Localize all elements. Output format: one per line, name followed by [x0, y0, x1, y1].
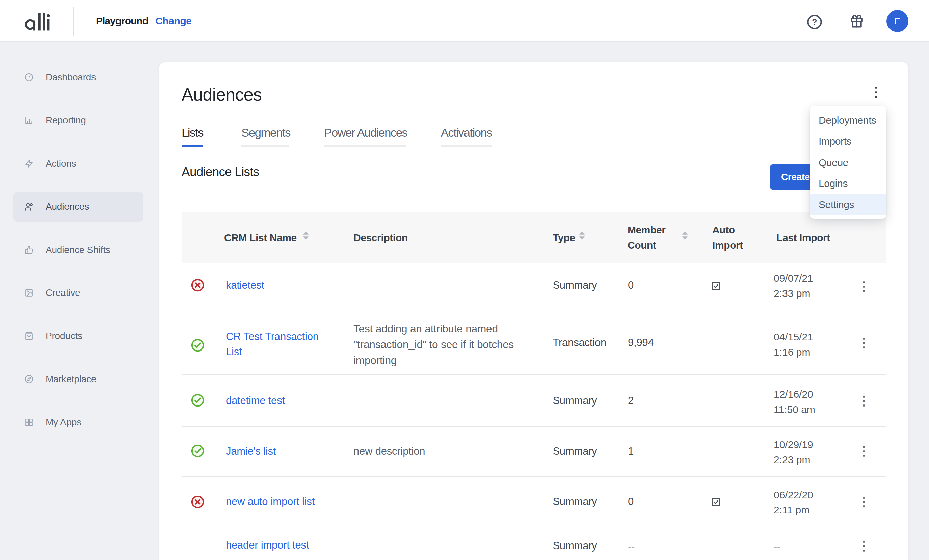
svg-text:?: ?: [812, 17, 817, 26]
